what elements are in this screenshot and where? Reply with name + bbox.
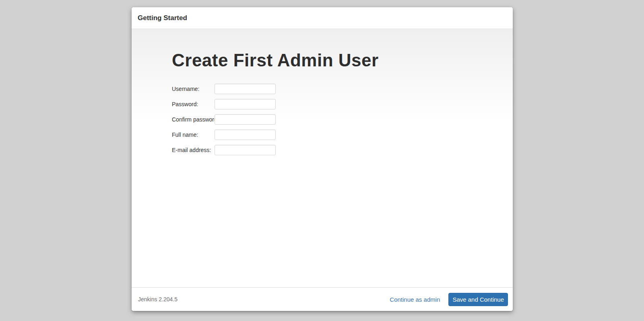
- dialog-footer: Jenkins 2.204.5 Continue as admin Save a…: [132, 287, 513, 311]
- jenkins-version-label: Jenkins 2.204.5: [138, 296, 178, 302]
- page-title: Create First Admin User: [172, 50, 497, 70]
- username-label: Username:: [172, 86, 215, 92]
- getting-started-dialog: Getting Started Create First Admin User …: [132, 7, 513, 311]
- dialog-header: Getting Started: [132, 7, 513, 29]
- password-input[interactable]: [215, 99, 276, 109]
- dialog-body: Create First Admin User Username: Passwo…: [132, 29, 513, 287]
- confirm-password-input[interactable]: [215, 114, 276, 125]
- dialog-header-title: Getting Started: [138, 14, 187, 22]
- email-input[interactable]: [215, 145, 276, 155]
- full-name-label: Full name:: [172, 132, 215, 138]
- save-and-continue-button[interactable]: Save and Continue: [448, 293, 508, 306]
- username-input[interactable]: [215, 84, 276, 94]
- continue-as-admin-link[interactable]: Continue as admin: [390, 296, 440, 303]
- confirm-password-label: Confirm password:: [172, 116, 215, 123]
- full-name-input[interactable]: [215, 130, 276, 140]
- email-label: E-mail address:: [172, 147, 215, 153]
- form-row-full-name: Full name:: [172, 130, 497, 140]
- form-row-username: Username:: [172, 84, 497, 94]
- form-row-confirm-password: Confirm password:: [172, 114, 497, 125]
- form-row-email: E-mail address:: [172, 145, 497, 155]
- form-row-password: Password:: [172, 99, 497, 109]
- create-admin-user-form: Username: Password: Confirm password: Fu…: [172, 84, 497, 155]
- password-label: Password:: [172, 101, 215, 107]
